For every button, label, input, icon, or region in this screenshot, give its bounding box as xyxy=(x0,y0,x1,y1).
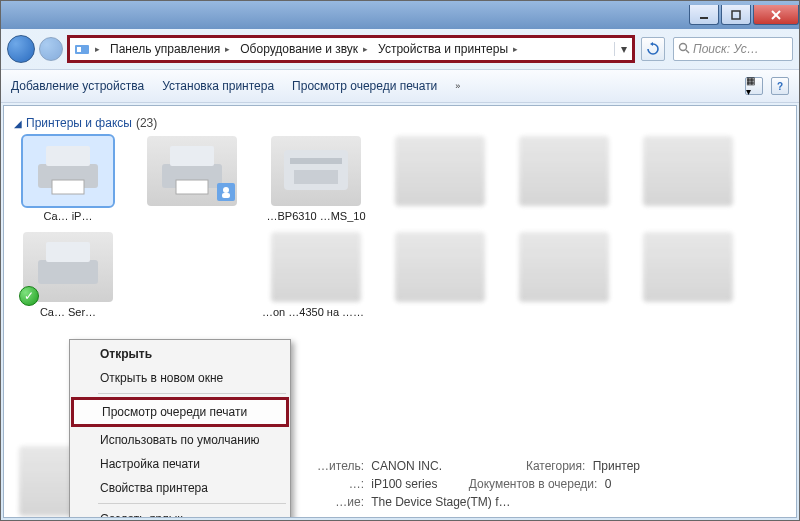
svg-rect-19 xyxy=(294,170,338,184)
breadcrumb-label: Оборудование и звук xyxy=(240,42,358,56)
context-menu: Открыть Открыть в новом окне Просмотр оч… xyxy=(69,339,291,518)
toolbar: Добавление устройства Установка принтера… xyxy=(1,69,799,103)
close-button[interactable] xyxy=(753,5,799,25)
add-device-button[interactable]: Добавление устройства xyxy=(11,79,144,93)
devices-icon xyxy=(74,41,90,57)
printer-item[interactable] xyxy=(138,136,246,222)
printer-icon xyxy=(395,136,485,206)
printer-label: …BP6310 …MS_10 xyxy=(262,210,370,222)
toolbar-overflow[interactable]: » xyxy=(455,81,460,91)
group-count: (23) xyxy=(136,116,157,130)
printer-item[interactable]: …BP6310 …MS_10 xyxy=(262,136,370,222)
view-mode-button[interactable]: ▦ ▾ xyxy=(745,77,763,95)
address-dropdown[interactable]: ▾ xyxy=(614,42,632,56)
printer-icon xyxy=(519,232,609,302)
svg-rect-20 xyxy=(38,260,98,284)
svg-rect-9 xyxy=(46,146,90,166)
printer-item[interactable] xyxy=(386,136,494,222)
separator xyxy=(98,393,286,394)
svg-rect-1 xyxy=(732,11,740,19)
svg-rect-5 xyxy=(77,47,81,52)
printer-icon: ✓ xyxy=(23,232,113,302)
detail-key: Документов в очереди: xyxy=(457,475,597,493)
printer-icon xyxy=(395,232,485,302)
detail-value: CANON INC. xyxy=(371,459,442,473)
details-pane: …итель: CANON INC. Категория: Принтер …:… xyxy=(264,457,640,511)
chevron-right-icon[interactable]: ▸ xyxy=(361,44,370,54)
svg-point-15 xyxy=(223,187,229,193)
address-bar[interactable]: ▸ Панель управления ▸ Оборудование и зву… xyxy=(67,35,635,63)
svg-rect-13 xyxy=(176,180,208,194)
separator xyxy=(98,503,286,504)
printer-item[interactable] xyxy=(634,232,742,318)
group-header[interactable]: ◢ Принтеры и факсы (23) xyxy=(14,116,786,130)
printer-label: …on …4350 на …_08 xyxy=(262,306,370,318)
breadcrumb-label: Устройства и принтеры xyxy=(378,42,508,56)
refresh-button[interactable] xyxy=(641,37,665,61)
back-button[interactable] xyxy=(7,35,35,63)
svg-rect-12 xyxy=(170,146,214,166)
printer-icon xyxy=(643,232,733,302)
breadcrumb-item[interactable]: Устройства и принтеры ▸ xyxy=(374,42,524,56)
svg-point-6 xyxy=(680,43,687,50)
detail-value: 0 xyxy=(605,477,612,491)
svg-rect-16 xyxy=(222,193,230,198)
chevron-right-icon[interactable]: ▸ xyxy=(223,44,232,54)
printer-item[interactable]: …on …4350 на …_08 xyxy=(262,232,370,318)
printer-icon xyxy=(271,136,361,206)
titlebar xyxy=(1,1,799,29)
overlay-badge-icon xyxy=(217,183,235,201)
printer-item[interactable]: ✓ Ca… Ser… xyxy=(14,232,122,318)
printer-icon xyxy=(23,136,113,206)
minimize-button[interactable] xyxy=(689,5,719,25)
nav-row: ▸ Панель управления ▸ Оборудование и зву… xyxy=(1,29,799,69)
detail-value: Принтер xyxy=(593,459,640,473)
maximize-button[interactable] xyxy=(721,5,751,25)
collapse-icon: ◢ xyxy=(14,118,22,129)
svg-line-7 xyxy=(686,50,689,53)
detail-value: iP100 series xyxy=(371,477,437,491)
install-printer-button[interactable]: Установка принтера xyxy=(162,79,274,93)
ctx-set-default[interactable]: Использовать по умолчанию xyxy=(72,428,288,452)
search-icon xyxy=(678,42,690,57)
search-placeholder: Поиск: Ус… xyxy=(693,42,759,56)
printer-item[interactable] xyxy=(634,136,742,222)
printer-item[interactable] xyxy=(510,232,618,318)
svg-rect-21 xyxy=(46,242,90,262)
detail-key: Категория: xyxy=(485,457,585,475)
printer-label: Ca… Ser… xyxy=(14,306,122,318)
help-button[interactable]: ? xyxy=(771,77,789,95)
chevron-right-icon[interactable]: ▸ xyxy=(93,44,102,54)
printers-grid: Ca… iP… …BP6310 …MS_10 xyxy=(14,136,786,318)
printer-icon xyxy=(147,136,237,206)
svg-rect-10 xyxy=(52,180,84,194)
printer-item[interactable] xyxy=(510,136,618,222)
printer-label: Ca… iP… xyxy=(14,210,122,222)
breadcrumb-item[interactable]: Оборудование и звук ▸ xyxy=(236,42,374,56)
chevron-right-icon[interactable]: ▸ xyxy=(511,44,520,54)
printer-icon xyxy=(519,136,609,206)
forward-button[interactable] xyxy=(39,37,63,61)
ctx-open-new-window[interactable]: Открыть в новом окне xyxy=(72,366,288,390)
ctx-print-settings[interactable]: Настройка печати xyxy=(72,452,288,476)
explorer-window: ▸ Панель управления ▸ Оборудование и зву… xyxy=(0,0,800,521)
search-input[interactable]: Поиск: Ус… xyxy=(673,37,793,61)
printer-item[interactable]: Ca… iP… xyxy=(14,136,122,222)
detail-value: The Device Stage(TM) f… xyxy=(371,495,510,509)
printer-icon xyxy=(643,136,733,206)
group-title: Принтеры и факсы xyxy=(26,116,132,130)
svg-rect-18 xyxy=(290,158,342,164)
view-queue-button[interactable]: Просмотр очереди печати xyxy=(292,79,437,93)
ctx-view-print-queue[interactable]: Просмотр очереди печати xyxy=(71,397,289,427)
content-area: ◢ Принтеры и факсы (23) Ca… iP… xyxy=(3,105,797,518)
printer-item[interactable] xyxy=(386,232,494,318)
breadcrumb-item[interactable]: Панель управления ▸ xyxy=(106,42,236,56)
printer-icon xyxy=(271,232,361,302)
ctx-create-shortcut[interactable]: Создать ярлык xyxy=(72,507,288,518)
breadcrumb-label: Панель управления xyxy=(110,42,220,56)
ctx-printer-properties[interactable]: Свойства принтера xyxy=(72,476,288,500)
default-check-icon: ✓ xyxy=(19,286,39,306)
ctx-open[interactable]: Открыть xyxy=(72,342,288,366)
